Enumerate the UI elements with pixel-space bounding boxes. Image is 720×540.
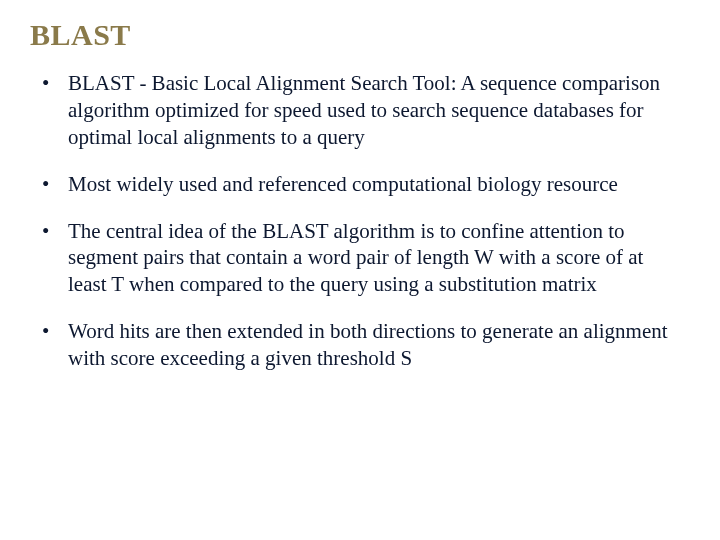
- list-item: BLAST - Basic Local Alignment Search Too…: [40, 70, 680, 151]
- list-item: The central idea of the BLAST algorithm …: [40, 218, 680, 299]
- slide-title: BLAST: [30, 18, 680, 52]
- bullet-list: BLAST - Basic Local Alignment Search Too…: [30, 70, 680, 372]
- list-item: Most widely used and referenced computat…: [40, 171, 680, 198]
- list-item: Word hits are then extended in both dire…: [40, 318, 680, 372]
